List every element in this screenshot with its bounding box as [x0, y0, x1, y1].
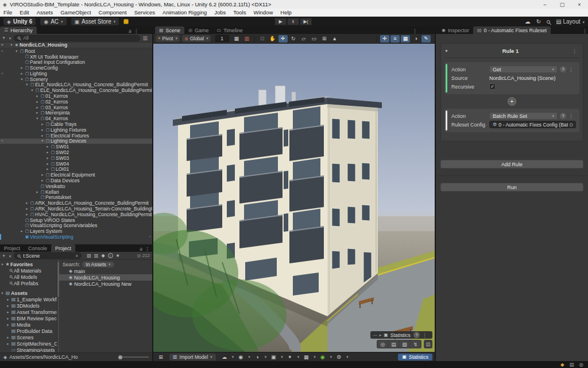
import-model-button[interactable]: ▥ Import Model▾	[169, 354, 216, 361]
build-warning-icon[interactable]: ◆	[560, 362, 564, 367]
hierarchy-filter-icon[interactable]: ▥	[140, 35, 150, 41]
folder-item-media[interactable]: ▸▤Media	[0, 321, 57, 328]
package-filter-icon[interactable]: ▧	[87, 253, 91, 259]
action-dropdown[interactable]: Get▾	[489, 66, 558, 73]
stats-lens-button[interactable]: ◎	[378, 340, 388, 348]
asset-filter-icon[interactable]: ▥	[94, 253, 99, 259]
hierarchy-item-sw01[interactable]: ▸▢SW01	[0, 144, 152, 150]
menu-item-services[interactable]: Services	[134, 9, 155, 16]
view-tool[interactable]: ✋	[268, 35, 277, 43]
project-search-input[interactable]: t:Scene ×	[14, 252, 82, 259]
hierarchy-item-ele-nordiclca-housing-concrete-buildingpermit-rvt[interactable]: ▾▢ELE_NordicLCA_Housing_Concrete_Buildin…	[0, 87, 152, 93]
menu-item-gameobject[interactable]: GameObject	[60, 9, 91, 16]
hierarchy-item-03-kerros[interactable]: ▸▢03_Kerros	[0, 105, 152, 110]
increment-snap-toggle[interactable]: ▥	[242, 35, 252, 43]
object-picker-icon[interactable]: ⊙	[568, 122, 574, 128]
expand-arrow-icon[interactable]: ▸	[35, 99, 40, 104]
hierarchy-add-button[interactable]: + ▾	[2, 35, 11, 41]
menu-item-assets[interactable]: Assets	[37, 9, 53, 16]
add-rule-button[interactable]: Add Rule	[440, 160, 583, 168]
collapse-arrow-icon[interactable]: ▼	[444, 49, 451, 53]
expand-arrow-icon[interactable]: ▸	[35, 110, 40, 115]
overlay-paint-toggle[interactable]: ✎	[421, 35, 431, 43]
menu-item-window[interactable]: Window	[253, 9, 273, 16]
alert-filter-icon[interactable]: !	[108, 253, 113, 259]
overlay-move-toggle[interactable]: ✛	[380, 35, 389, 43]
folder-item-scenes[interactable]: ▸▤Scenes	[0, 334, 57, 340]
folder-item-streamingassets[interactable]: ▭StreamingAssets	[0, 347, 57, 352]
project-menu-icon[interactable]: ⋮	[142, 246, 152, 252]
hierarchy-item-viroovisualscripting[interactable]: ▣VirooVisualScripting›	[0, 234, 152, 240]
hierarchy-item-layers-system[interactable]: ▸▢Layers System	[0, 228, 152, 234]
expand-arrow-icon[interactable]: ▸	[40, 122, 45, 126]
expand-arrow-icon[interactable]: ▸	[25, 212, 29, 217]
hierarchy-item-ark-nordiclca-housing-concrete-buildingpermit[interactable]: ▸▢ARK_NordicLCA_Housing_Concrete_Buildin…	[0, 200, 152, 206]
menu-item-file[interactable]: File	[3, 9, 12, 16]
tab-scene[interactable]: ▦Scene	[155, 26, 184, 34]
result-item-nordiclca-housing-new[interactable]: ◈NordicLCA_Housing New	[59, 281, 152, 287]
hierarchy-item-root[interactable]: ⌖▾▢Root	[0, 48, 152, 54]
stats-mesh-button[interactable]: ▧	[400, 340, 409, 348]
layout-dropdown[interactable]: ▤ Layout▾	[556, 18, 585, 25]
expand-arrow-icon[interactable]: ▸	[45, 144, 50, 149]
available-tools-icon[interactable]: ⊡	[258, 35, 267, 43]
pick-toggle-icon[interactable]: ⌖	[1, 139, 3, 143]
favorite-item-all-materials[interactable]: All Materials	[0, 267, 57, 274]
rect-tool[interactable]: ▭	[310, 35, 319, 43]
folder-item-3dmodels[interactable]: ▸▤3DModels	[0, 302, 57, 309]
minimize-button[interactable]: –	[536, 0, 554, 9]
hierarchy-item-04-kerros[interactable]: ▾▢04_Kerros	[0, 116, 152, 121]
drag-handle-icon[interactable]: —	[373, 333, 377, 337]
cache-server-icon[interactable]: ▤	[570, 362, 574, 367]
menu-item-tools[interactable]: Tools	[233, 9, 246, 16]
hierarchy-menu-icon[interactable]: ⋮	[131, 28, 141, 34]
grid-snap-toggle[interactable]: ▦	[232, 35, 241, 43]
hierarchy-item-electrical-fixtures[interactable]: ▸▢Electrical Fixtures	[0, 133, 152, 139]
expand-arrow-icon[interactable]: ▸	[40, 133, 45, 138]
hierarchy-item-lighting-devices[interactable]: ⌖▾▢Lighting Devices	[0, 139, 152, 144]
expand-arrow-icon[interactable]: ▸	[25, 201, 29, 205]
expand-arrow-icon[interactable]: ▸	[45, 167, 50, 171]
settings-dropdown[interactable]: ⚙▾	[334, 353, 349, 361]
expand-arrow-icon[interactable]: ▸	[35, 190, 40, 194]
expand-arrow-icon[interactable]: ▾	[30, 88, 34, 93]
row-menu-icon[interactable]: ⋮	[566, 67, 576, 72]
label-filter-icon[interactable]: ◆	[101, 253, 105, 259]
row-menu-icon[interactable]: ⋮	[566, 113, 576, 119]
undo-history-icon[interactable]: ↻	[536, 18, 541, 25]
menu-item-component[interactable]: Component	[99, 9, 127, 16]
hierarchy-item-kellari[interactable]: ▸▢Kellari	[0, 189, 152, 195]
collapse-icon[interactable]: ▸	[380, 333, 382, 338]
sky-dropdown[interactable]: ☁▾	[219, 353, 234, 361]
cloud-icon[interactable]: ☁	[525, 18, 531, 25]
expand-arrow-icon[interactable]: ▾	[25, 82, 29, 87]
stats-power-button[interactable]: ↯	[411, 340, 420, 348]
tab-timeline[interactable]: ▭Timeline	[213, 26, 247, 34]
pause-button[interactable]: ‖	[287, 18, 299, 25]
hierarchy-item-sceneconfig[interactable]: ▸▢SceneConfig	[0, 65, 152, 71]
hierarchy-item-scenery[interactable]: ▾▢Scenery	[0, 76, 152, 82]
favorites-header[interactable]: ▾★Favorites	[0, 261, 57, 267]
hierarchy-item-lighting[interactable]: ⌖▸▢Lighting	[0, 71, 152, 76]
overlay-menu-icon[interactable]: ⋮	[420, 332, 430, 338]
hierarchy-item-sw03[interactable]: ▸▢SW03	[0, 155, 152, 161]
ruleset-config-field[interactable]: ⚙0 - Automatic Fixes Config (Batch R.⊙	[489, 121, 576, 128]
hierarchy-item-xr-ui-toolkit-manager[interactable]: ▢XR UI Toolkit Manager	[0, 54, 152, 60]
hierarchy-item-loi01[interactable]: ▸▢LOI01	[0, 167, 152, 172]
move-tool[interactable]: ✛	[278, 35, 288, 43]
expand-arrow-icon[interactable]: ▸	[20, 66, 24, 70]
run-button[interactable]: Run	[440, 183, 583, 191]
search-icon[interactable]	[547, 18, 550, 25]
scene-menu-icon[interactable]: ⋮	[410, 28, 420, 34]
tiles-dropdown[interactable]: ▦▾	[301, 353, 316, 361]
statistics-button[interactable]: ▣ Statistics	[398, 354, 432, 361]
folder-item-scriptmachines-com[interactable]: ▸▤ScriptMachines_Com	[0, 340, 57, 347]
hierarchy-item-visualscripting-scenevariables[interactable]: ▢VisualScripting SceneVariables	[0, 223, 152, 229]
statistics-overlay-header[interactable]: — ▸ ▣ Statistics ? ⋮	[370, 331, 432, 339]
hierarchy-item-nordiclca-housing[interactable]: ⌖▾◈NordicLCA_Housing	[0, 43, 152, 48]
thumbnail-size-slider[interactable]	[145, 355, 149, 359]
expand-arrow-icon[interactable]: ▾	[35, 116, 40, 121]
help-icon[interactable]: ?	[560, 66, 566, 72]
scene-viewport[interactable]: — ▸ ▣ Statistics ? ⋮ ◎▤▧↯ ⊡	[153, 44, 435, 352]
orientation-dropdown[interactable]: ⊕ Global▾	[182, 35, 211, 42]
